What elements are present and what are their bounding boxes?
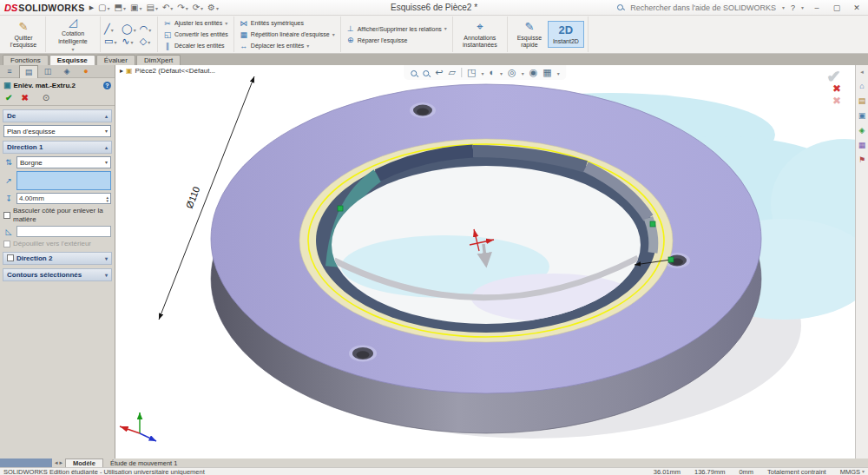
chevron-down-icon[interactable]: ▾ [216,5,219,12]
menu-expand-arrow-icon[interactable]: ▶ [89,4,94,11]
confirm-cancel-secondary-icon[interactable]: ✖ [832,95,841,107]
new-document-button[interactable]: ▢▾ [98,3,109,12]
model-tab[interactable]: Modèle [65,459,103,467]
rapid-sketch-button[interactable]: ✎ Esquisse rapide [511,17,548,51]
exit-sketch-button[interactable]: ✎ Quitter l'esquisse [5,17,42,51]
repair-sketch-button[interactable]: ⊕Réparer l'esquisse [345,35,449,45]
section-direction2[interactable]: Direction 2 ▾ [3,252,112,265]
line-tool-button[interactable]: ╱▾ [104,23,118,34]
dimxpert-manager-tab[interactable]: ◈ [57,65,76,78]
close-button[interactable]: ✕ [850,3,864,12]
motion-study-tab[interactable]: Étude de mouvement 1 [103,459,185,467]
scenes-icon[interactable]: ▦ [858,141,866,149]
depth-input[interactable]: 4.00mm ▴▾ [16,193,111,204]
search-scope-chevron-icon[interactable]: ▾ [782,4,785,11]
convert-entities-button[interactable]: ◱Convertir les entités [161,30,230,40]
redo-button[interactable]: ↷▾ [177,3,187,12]
tab-scroll-left-icon[interactable]: ◂ [55,459,58,466]
help-icon[interactable]: ? [103,82,111,89]
move-entities-button[interactable]: ↔Déplacer les entités▾ [238,41,337,51]
undo-button[interactable]: ↶▾ [162,3,173,12]
chevron-down-icon[interactable]: ▾ [71,46,74,53]
tab-scroll-right-icon[interactable]: ▸ [60,459,63,466]
panel-splitter[interactable] [0,459,52,467]
configuration-manager-tab[interactable]: ◫ [38,65,57,78]
counterbore-hole[interactable] [410,102,436,118]
ok-button[interactable]: ✔ [5,93,12,102]
spline-tool-button[interactable]: ∿▾ [122,36,135,46]
chevron-down-icon[interactable]: ▾ [170,5,173,12]
direction2-checkbox[interactable] [7,254,14,261]
help-button[interactable]: ? [791,3,795,12]
sketch-point-handle[interactable] [338,206,343,211]
circle-tool-button[interactable]: ◯▾ [122,23,135,34]
help-chevron-icon[interactable]: ▾ [801,4,804,11]
display-manager-tab[interactable]: ● [76,65,95,78]
resources-home-icon[interactable]: ⌂ [859,82,864,90]
expand-chevron-icon[interactable]: ▾ [105,272,108,278]
custom-properties-icon[interactable]: ⚑ [858,155,865,164]
from-dropdown[interactable]: Plan d'esquisse ▾ [3,125,111,137]
collapse-chevron-icon[interactable]: ▴ [105,113,108,119]
display-style-icon[interactable]: ◐ [489,67,495,77]
smart-dimension-button[interactable]: ◿ Cotation intelligente ▾ [49,13,96,55]
rebuild-button[interactable]: ⟳▾ [193,3,203,12]
confirm-ok-icon[interactable]: ✔ [826,70,841,82]
section-direction1[interactable]: Direction 1 ▴ [3,141,112,154]
expand-chevron-icon[interactable]: ▾ [105,255,108,261]
confirm-cancel-icon[interactable]: ✖ [832,82,841,95]
property-manager-tab[interactable]: ▤ [19,65,38,78]
counterbore-hole[interactable] [349,346,377,362]
chevron-down-icon[interactable]: ▾ [186,5,188,12]
options-button[interactable]: ⚙▾ [207,3,219,12]
file-explorer-icon[interactable]: ▣ [858,111,866,120]
zoom-area-icon[interactable] [423,70,430,77]
feature-manager-tab[interactable]: ≡ [0,65,19,78]
print-button[interactable]: ▤▾ [146,3,157,12]
collapse-chevron-icon[interactable]: ▴ [105,144,108,150]
sketch-point-handle[interactable] [650,221,655,227]
tab-evaluer[interactable]: Évaluer [96,55,135,65]
breadcrumb[interactable]: ▸ ▣ Pièce2 (Défaut<<Défaut... [120,67,215,75]
direction-reference-field[interactable] [16,171,111,190]
apply-scene-icon[interactable]: ▦ [542,67,551,77]
chevron-down-icon[interactable]: ▾ [155,5,158,12]
tab-fonctions[interactable]: Fonctions [3,55,49,65]
design-library-icon[interactable]: ▤ [858,96,866,105]
cancel-button[interactable]: ✖ [21,93,28,102]
reverse-direction-icon[interactable]: ⇅ [3,158,14,167]
flip-side-checkbox[interactable] [3,212,10,219]
preview-eye-icon[interactable]: ⊙ [43,93,49,102]
unit-system-selector[interactable]: MMGS ▾ [840,468,865,475]
draft-outward-checkbox[interactable] [3,241,10,247]
linear-pattern-button[interactable]: ▦Répétition linéaire d'esquisse▾ [238,30,337,40]
maximize-button[interactable]: ▢ [830,3,844,12]
appearances-icon[interactable]: ◈ [859,126,865,135]
view-orientation-icon[interactable]: ◳ [467,67,476,77]
chevron-down-icon[interactable]: ▾ [139,5,141,12]
instant-annotations-button[interactable]: ⌖ Annotations instantanées [457,17,503,51]
graphics-viewport[interactable]: Ø110 ▸ ▣ Pièce2 (Défaut [115,65,855,459]
trim-entities-button[interactable]: ✂Ajuster les entités▾ [161,18,230,29]
display-delete-relations-button[interactable]: ⊥Afficher/Supprimer les relations▾ [345,23,449,34]
chevron-down-icon[interactable]: ▾ [107,5,109,12]
tab-esquisse[interactable]: Esquisse [49,55,95,65]
chevron-down-icon[interactable]: ▾ [123,5,126,12]
chevron-down-icon[interactable]: ▾ [201,5,203,12]
open-button[interactable]: ⬒▾ [114,3,125,12]
rectangle-tool-button[interactable]: ▭▾ [104,36,118,46]
hide-show-items-icon[interactable]: ◎ [508,67,516,77]
mirror-entities-button[interactable]: ⋈Entités symétriques [238,18,337,29]
offset-entities-button[interactable]: ∥Décaler les entités [161,41,230,51]
collapse-pane-icon[interactable]: ◂ [860,69,864,76]
section-from[interactable]: De ▴ [3,109,112,122]
search-help-input[interactable]: Rechercher dans l'aide de SOLIDWORKS [630,3,776,12]
section-view-icon[interactable]: ▱ [449,67,456,77]
end-condition-dropdown[interactable]: Borgne ▾ [16,156,111,168]
previous-view-icon[interactable]: ↩ [435,67,443,77]
save-button[interactable]: ▣▾ [130,3,141,12]
sketch-point-handle[interactable] [668,257,674,262]
draft-angle-field[interactable] [16,226,111,237]
edit-appearance-icon[interactable]: ◉ [529,67,538,77]
model-view[interactable]: Ø110 [115,65,855,459]
